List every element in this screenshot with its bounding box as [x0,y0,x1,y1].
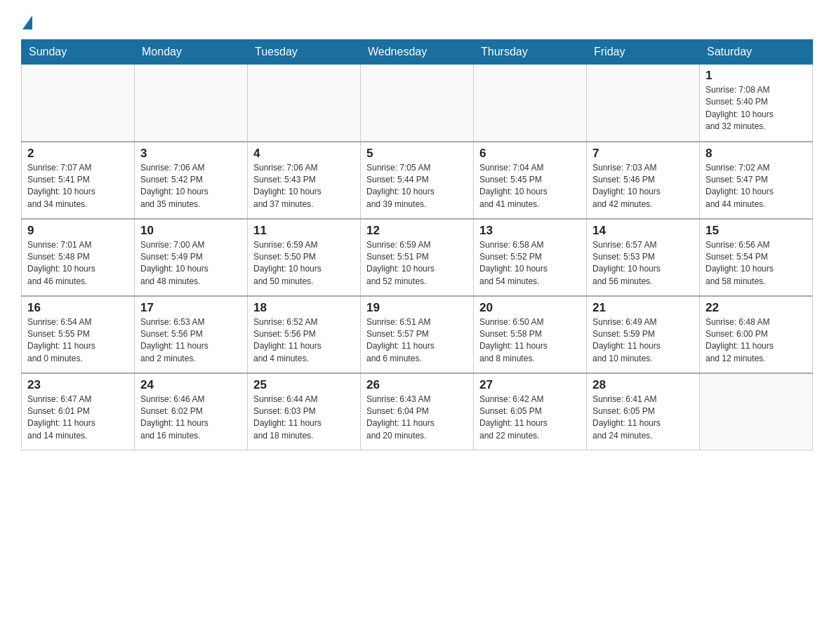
calendar-cell: 5Sunrise: 7:05 AM Sunset: 5:44 PM Daylig… [361,142,474,219]
day-info: Sunrise: 6:43 AM Sunset: 6:04 PM Dayligh… [366,394,468,443]
day-info: Sunrise: 7:04 AM Sunset: 5:45 PM Dayligh… [479,162,581,211]
day-info: Sunrise: 6:51 AM Sunset: 5:57 PM Dayligh… [366,316,468,365]
day-info: Sunrise: 7:01 AM Sunset: 5:48 PM Dayligh… [27,239,128,288]
logo-triangle-icon [22,15,32,29]
weekday-header-thursday: Thursday [474,40,587,65]
calendar-cell: 28Sunrise: 6:41 AM Sunset: 6:05 PM Dayli… [587,373,700,450]
day-number: 26 [366,378,468,392]
logo [21,14,32,28]
day-number: 14 [593,224,694,238]
calendar-cell: 7Sunrise: 7:03 AM Sunset: 5:46 PM Daylig… [587,142,700,219]
calendar-cell: 20Sunrise: 6:50 AM Sunset: 5:58 PM Dayli… [474,296,587,373]
day-info: Sunrise: 7:02 AM Sunset: 5:47 PM Dayligh… [706,162,807,211]
page-header [21,14,813,28]
calendar-cell: 1Sunrise: 7:08 AM Sunset: 5:40 PM Daylig… [700,65,813,142]
day-info: Sunrise: 6:53 AM Sunset: 5:56 PM Dayligh… [140,316,241,365]
calendar-cell [22,65,135,142]
calendar-cell: 21Sunrise: 6:49 AM Sunset: 5:59 PM Dayli… [587,296,700,373]
calendar-cell [474,65,587,142]
calendar-cell: 3Sunrise: 7:06 AM Sunset: 5:42 PM Daylig… [135,142,248,219]
day-number: 15 [706,224,807,238]
day-info: Sunrise: 6:46 AM Sunset: 6:02 PM Dayligh… [140,394,241,443]
week-row-4: 16Sunrise: 6:54 AM Sunset: 5:55 PM Dayli… [22,296,813,373]
day-number: 21 [593,301,694,315]
day-info: Sunrise: 6:52 AM Sunset: 5:56 PM Dayligh… [253,316,355,365]
week-row-2: 2Sunrise: 7:07 AM Sunset: 5:41 PM Daylig… [22,142,813,219]
day-info: Sunrise: 7:05 AM Sunset: 5:44 PM Dayligh… [366,162,468,211]
weekday-header-friday: Friday [587,40,700,65]
calendar-cell [361,65,474,142]
day-info: Sunrise: 6:41 AM Sunset: 6:05 PM Dayligh… [593,394,694,443]
day-info: Sunrise: 6:50 AM Sunset: 5:58 PM Dayligh… [479,316,581,365]
calendar-cell: 18Sunrise: 6:52 AM Sunset: 5:56 PM Dayli… [248,296,361,373]
day-number: 5 [366,147,468,161]
calendar-cell: 22Sunrise: 6:48 AM Sunset: 6:00 PM Dayli… [700,296,813,373]
week-row-1: 1Sunrise: 7:08 AM Sunset: 5:40 PM Daylig… [22,65,813,142]
day-number: 3 [140,147,241,161]
day-info: Sunrise: 7:03 AM Sunset: 5:46 PM Dayligh… [593,162,694,211]
day-number: 17 [140,301,241,315]
weekday-header-tuesday: Tuesday [248,40,361,65]
day-number: 27 [479,378,581,392]
calendar-table: SundayMondayTuesdayWednesdayThursdayFrid… [21,39,813,450]
weekday-header-monday: Monday [135,40,248,65]
day-number: 7 [593,147,694,161]
day-info: Sunrise: 7:08 AM Sunset: 5:40 PM Dayligh… [706,84,807,133]
day-info: Sunrise: 7:00 AM Sunset: 5:49 PM Dayligh… [140,239,241,288]
calendar-cell: 8Sunrise: 7:02 AM Sunset: 5:47 PM Daylig… [700,142,813,219]
calendar-cell: 4Sunrise: 7:06 AM Sunset: 5:43 PM Daylig… [248,142,361,219]
day-info: Sunrise: 6:59 AM Sunset: 5:51 PM Dayligh… [366,239,468,288]
calendar-cell: 2Sunrise: 7:07 AM Sunset: 5:41 PM Daylig… [22,142,135,219]
calendar-cell: 27Sunrise: 6:42 AM Sunset: 6:05 PM Dayli… [474,373,587,450]
day-info: Sunrise: 6:57 AM Sunset: 5:53 PM Dayligh… [593,239,694,288]
day-number: 22 [706,301,807,315]
week-row-5: 23Sunrise: 6:47 AM Sunset: 6:01 PM Dayli… [22,373,813,450]
calendar-cell: 11Sunrise: 6:59 AM Sunset: 5:50 PM Dayli… [248,219,361,296]
calendar-cell: 10Sunrise: 7:00 AM Sunset: 5:49 PM Dayli… [135,219,248,296]
calendar-cell: 25Sunrise: 6:44 AM Sunset: 6:03 PM Dayli… [248,373,361,450]
day-info: Sunrise: 6:59 AM Sunset: 5:50 PM Dayligh… [253,239,355,288]
calendar-cell: 17Sunrise: 6:53 AM Sunset: 5:56 PM Dayli… [135,296,248,373]
day-info: Sunrise: 6:48 AM Sunset: 6:00 PM Dayligh… [706,316,807,365]
calendar-cell: 16Sunrise: 6:54 AM Sunset: 5:55 PM Dayli… [22,296,135,373]
day-number: 2 [27,147,128,161]
calendar-cell: 23Sunrise: 6:47 AM Sunset: 6:01 PM Dayli… [22,373,135,450]
calendar-cell: 14Sunrise: 6:57 AM Sunset: 5:53 PM Dayli… [587,219,700,296]
calendar-cell: 13Sunrise: 6:58 AM Sunset: 5:52 PM Dayli… [474,219,587,296]
day-info: Sunrise: 6:56 AM Sunset: 5:54 PM Dayligh… [706,239,807,288]
weekday-header-row: SundayMondayTuesdayWednesdayThursdayFrid… [22,40,813,65]
day-info: Sunrise: 6:47 AM Sunset: 6:01 PM Dayligh… [27,394,128,443]
day-info: Sunrise: 6:54 AM Sunset: 5:55 PM Dayligh… [27,316,128,365]
day-info: Sunrise: 7:06 AM Sunset: 5:42 PM Dayligh… [140,162,241,211]
day-number: 13 [479,224,581,238]
calendar-cell [700,373,813,450]
day-info: Sunrise: 7:07 AM Sunset: 5:41 PM Dayligh… [27,162,128,211]
calendar-cell: 12Sunrise: 6:59 AM Sunset: 5:51 PM Dayli… [361,219,474,296]
day-number: 25 [253,378,355,392]
day-number: 28 [593,378,694,392]
day-number: 23 [27,378,128,392]
calendar-cell: 19Sunrise: 6:51 AM Sunset: 5:57 PM Dayli… [361,296,474,373]
day-number: 18 [253,301,355,315]
weekday-header-saturday: Saturday [700,40,813,65]
day-number: 10 [140,224,241,238]
day-info: Sunrise: 6:58 AM Sunset: 5:52 PM Dayligh… [479,239,581,288]
week-row-3: 9Sunrise: 7:01 AM Sunset: 5:48 PM Daylig… [22,219,813,296]
calendar-cell: 15Sunrise: 6:56 AM Sunset: 5:54 PM Dayli… [700,219,813,296]
calendar-cell: 26Sunrise: 6:43 AM Sunset: 6:04 PM Dayli… [361,373,474,450]
day-number: 20 [479,301,581,315]
weekday-header-wednesday: Wednesday [361,40,474,65]
calendar-cell [248,65,361,142]
day-info: Sunrise: 7:06 AM Sunset: 5:43 PM Dayligh… [253,162,355,211]
calendar-cell: 24Sunrise: 6:46 AM Sunset: 6:02 PM Dayli… [135,373,248,450]
weekday-header-sunday: Sunday [22,40,135,65]
day-info: Sunrise: 6:49 AM Sunset: 5:59 PM Dayligh… [593,316,694,365]
day-number: 8 [706,147,807,161]
day-info: Sunrise: 6:44 AM Sunset: 6:03 PM Dayligh… [253,394,355,443]
day-number: 12 [366,224,468,238]
day-number: 24 [140,378,241,392]
day-number: 11 [253,224,355,238]
calendar-cell: 9Sunrise: 7:01 AM Sunset: 5:48 PM Daylig… [22,219,135,296]
day-info: Sunrise: 6:42 AM Sunset: 6:05 PM Dayligh… [479,394,581,443]
calendar-cell [135,65,248,142]
